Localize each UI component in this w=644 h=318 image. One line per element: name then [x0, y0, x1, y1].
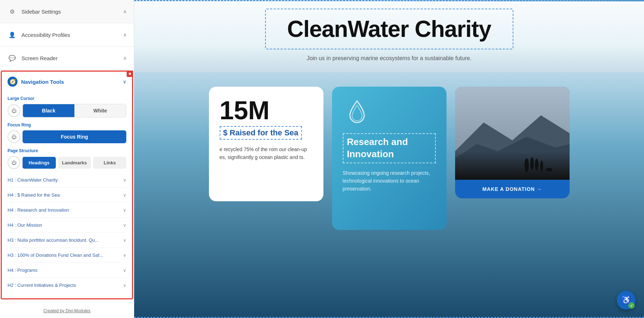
heading-list-item[interactable]: H2 : Current Initiatives & Projects ∨	[8, 278, 126, 293]
heading-item-chevron: ∨	[123, 178, 126, 183]
accessibility-fab[interactable]: ✓	[617, 291, 635, 309]
gear-icon: ⚙	[7, 6, 17, 16]
heading-item-text: H4 : Research and Innovation	[8, 207, 69, 213]
focus-ring-button[interactable]: Focus Ring	[23, 130, 126, 143]
heading-list-item[interactable]: H3 : Nulla porttitor accumsan tincidunt.…	[8, 233, 126, 248]
large-cursor-toggle-group: ⏻ Black White	[8, 104, 126, 117]
screen-reader-chevron: ∧	[123, 55, 127, 61]
nav-tools-header[interactable]: 🧭 Navigation Tools ∨	[2, 72, 132, 92]
fab-check-icon: ✓	[628, 302, 635, 309]
nav-tools-chevron: ∨	[123, 79, 126, 85]
sidebar-settings-header[interactable]: ⚙ Sidebar Settings ∧	[0, 0, 134, 23]
footer-link[interactable]: Created by Divi-Modules	[43, 308, 90, 313]
person-icon: 👤	[7, 30, 17, 40]
cursor-color-group: Black White	[23, 104, 126, 117]
heading-item-chevron: ∨	[123, 268, 126, 273]
svg-rect-8	[551, 168, 552, 171]
dotted-bottom-border	[134, 317, 644, 318]
page-structure-tabs: ⏻ Headings Landmarks Links	[8, 156, 126, 169]
headings-list: H1 : CleanWater Charity ∨ H4 : $ Raised …	[8, 173, 126, 293]
page-structure-power-button[interactable]: ⏻	[8, 156, 20, 169]
photo-image	[455, 87, 570, 180]
cards-section: 15M $ Raised for the Sea e recycled 75% …	[134, 72, 644, 318]
heading-item-text: H3 : Nulla porttitor accumsan tincidunt.…	[8, 237, 99, 243]
hero-title-wrapper: CleanWater Charity	[265, 9, 513, 49]
corner-pin	[127, 71, 133, 77]
tab-landmarks[interactable]: Landmarks	[58, 157, 91, 169]
page-structure-label: Page Structure	[8, 148, 126, 153]
heading-item-text: H3 : 100% of Donations Fund Clean and Sa…	[8, 252, 103, 258]
large-cursor-label: Large Cursor	[8, 96, 126, 101]
svg-point-7	[546, 168, 552, 172]
heading-list-item[interactable]: H3 : 100% of Donations Fund Clean and Sa…	[8, 248, 126, 263]
raised-amount: 15M	[220, 97, 313, 123]
heading-item-text: H2 : Current Initiatives & Projects	[8, 283, 76, 288]
water-drop-icon	[343, 97, 371, 126]
heading-item-text: H4 : $ Raised for the Sea	[8, 192, 60, 198]
sidebar-footer: Created by Divi-Modules	[0, 303, 134, 318]
svg-point-4	[530, 157, 534, 170]
accessibility-profiles-chevron: ∧	[123, 32, 127, 38]
large-cursor-power-button[interactable]: ⏻	[8, 104, 20, 117]
nav-tools-label: Navigation Tools	[21, 79, 64, 85]
svg-point-6	[540, 160, 543, 172]
sidebar: ⚙ Sidebar Settings ∧ 👤 Accessibility Pro…	[0, 0, 134, 318]
screen-reader-label: Screen Reader	[21, 55, 58, 61]
nav-tools-body: Large Cursor ⏻ Black White Focus Ring ⏻ …	[2, 92, 132, 298]
accessibility-profiles-header[interactable]: 👤 Accessibility Profiles ∧	[0, 23, 134, 47]
tab-links[interactable]: Links	[93, 157, 126, 169]
heading-item-chevron: ∨	[123, 223, 126, 228]
heading-list-item[interactable]: H4 : $ Raised for the Sea ∨	[8, 188, 126, 203]
raised-text: e recycled 75% of the rom our clean-up e…	[220, 145, 313, 162]
heading-item-text: H4 : Our Mission	[8, 222, 42, 228]
heading-item-chevron: ∨	[123, 283, 126, 288]
heading-item-chevron: ∨	[123, 253, 126, 258]
research-text: Showcasing ongoing research projects, te…	[343, 169, 436, 193]
main-content: CleanWater Charity Join us in preserving…	[134, 0, 644, 318]
svg-point-5	[535, 159, 538, 171]
raised-card: 15M $ Raised for the Sea e recycled 75% …	[209, 87, 323, 201]
research-card: Research and Innovation Showcasing ongoi…	[332, 87, 447, 230]
compass-icon: 🧭	[8, 77, 18, 87]
heading-item-chevron: ∨	[123, 238, 126, 243]
raised-title: $ Raised for the Sea	[220, 126, 302, 140]
heading-item-chevron: ∨	[123, 193, 126, 198]
cursor-black-button[interactable]: Black	[23, 104, 74, 117]
tab-headings[interactable]: Headings	[23, 157, 56, 169]
photo-card: MAKE A DONATION →	[455, 87, 570, 230]
heading-list-item[interactable]: H4 : Our Mission ∨	[8, 218, 126, 233]
heading-list-item[interactable]: H1 : CleanWater Charity ∨	[8, 173, 126, 188]
focus-ring-power-button[interactable]: ⏻	[8, 130, 20, 143]
cursor-white-button[interactable]: White	[74, 104, 126, 117]
hero-section: CleanWater Charity Join us in preserving…	[134, 1, 644, 72]
nav-tools-section: 🧭 Navigation Tools ∨ Large Cursor ⏻ Blac…	[1, 71, 133, 299]
heading-item-text: H1 : CleanWater Charity	[8, 177, 58, 183]
research-title: Research and Innovation	[343, 133, 436, 163]
heading-item-text: H4 : Programs	[8, 268, 38, 273]
heading-list-item[interactable]: H4 : Programs ∨	[8, 263, 126, 278]
speech-bubble-icon: 💬	[7, 53, 17, 63]
screen-reader-header[interactable]: 💬 Screen Reader ∧	[0, 47, 134, 70]
hero-subtitle: Join us in preserving marine ecosystems …	[307, 55, 472, 62]
sidebar-settings-label: Sidebar Settings	[21, 9, 61, 15]
focus-ring-toggle-group: ⏻ Focus Ring	[8, 130, 126, 143]
heading-item-chevron: ∨	[123, 208, 126, 213]
sidebar-settings-chevron: ∧	[123, 9, 127, 14]
svg-point-3	[525, 158, 529, 173]
hero-title: CleanWater Charity	[287, 16, 491, 42]
donate-button[interactable]: MAKE A DONATION →	[455, 180, 570, 198]
accessibility-profiles-label: Accessibility Profiles	[21, 32, 70, 38]
focus-ring-label: Focus Ring	[8, 122, 126, 127]
heading-list-item[interactable]: H4 : Research and Innovation ∨	[8, 203, 126, 218]
